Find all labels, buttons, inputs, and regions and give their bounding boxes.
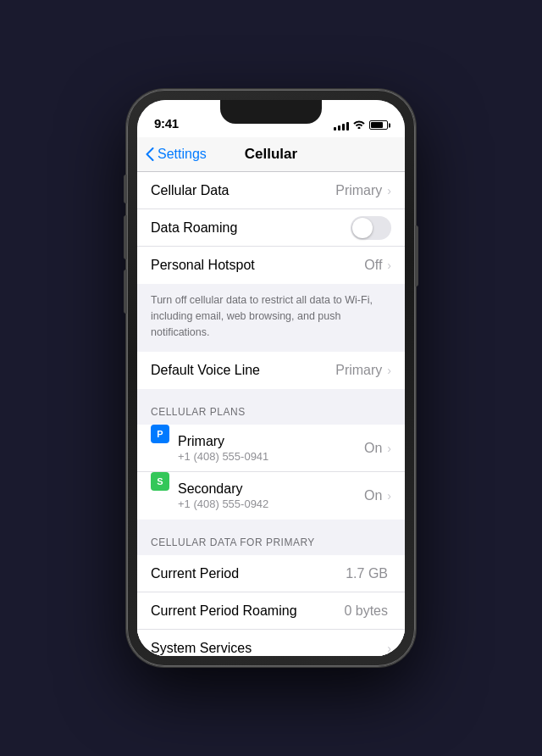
status-bar: 9:41: [137, 100, 405, 137]
current-period-roaming-value: 0 bytes: [344, 603, 388, 619]
primary-plan-chevron: ›: [387, 442, 391, 455]
current-period-label: Current Period: [151, 566, 346, 581]
system-services-row[interactable]: System Services ›: [137, 630, 405, 656]
info-text: Turn off cellular data to restrict all d…: [137, 284, 405, 352]
data-roaming-label: Data Roaming: [151, 220, 351, 236]
current-period-roaming-row[interactable]: Current Period Roaming 0 bytes: [137, 592, 405, 630]
data-roaming-row[interactable]: Data Roaming: [137, 209, 405, 247]
default-voice-value: Primary: [335, 363, 382, 378]
primary-plan-icon: P: [151, 425, 169, 443]
current-period-roaming-label: Current Period Roaming: [151, 603, 344, 619]
top-settings-group: Cellular Data Primary › Data Roaming Per…: [137, 172, 405, 284]
cellular-plans-header: CELLULAR PLANS: [137, 389, 405, 425]
signal-icon: [334, 120, 349, 131]
system-services-chevron: ›: [387, 642, 391, 655]
back-button[interactable]: Settings: [146, 147, 207, 162]
power-button[interactable]: [415, 225, 418, 286]
personal-hotspot-value: Off: [364, 258, 382, 273]
phone-frame: 9:41 Settings: [127, 90, 415, 666]
primary-plan-info: Primary +1 (408) 555-0941: [178, 425, 364, 471]
cellular-data-primary-group: Current Period 1.7 GB Current Period Roa…: [137, 555, 405, 656]
toggle-knob: [352, 218, 373, 238]
current-period-value: 1.7 GB: [346, 566, 388, 581]
status-time: 9:41: [154, 116, 179, 131]
default-voice-label: Default Voice Line: [151, 363, 335, 378]
cellular-data-label: Cellular Data: [151, 183, 335, 198]
secondary-plan-status: On: [364, 488, 382, 503]
system-services-label: System Services: [151, 641, 385, 656]
data-roaming-toggle[interactable]: [351, 216, 391, 240]
secondary-plan-name: Secondary: [178, 481, 364, 497]
cellular-data-primary-header: CELLULAR DATA FOR PRIMARY: [137, 520, 405, 555]
volume-down-button[interactable]: [124, 270, 127, 314]
personal-hotspot-label: Personal Hotspot: [151, 258, 364, 273]
personal-hotspot-row[interactable]: Personal Hotspot Off ›: [137, 247, 405, 284]
cellular-data-chevron: ›: [387, 184, 391, 197]
back-label: Settings: [158, 147, 207, 162]
default-voice-row[interactable]: Default Voice Line Primary ›: [137, 352, 405, 389]
current-period-row[interactable]: Current Period 1.7 GB: [137, 555, 405, 592]
secondary-plan-number: +1 (408) 555-0942: [178, 498, 364, 510]
default-voice-group: Default Voice Line Primary ›: [137, 352, 405, 389]
nav-title: Cellular: [245, 146, 297, 163]
battery-icon: [369, 120, 388, 130]
settings-content[interactable]: Cellular Data Primary › Data Roaming Per…: [137, 172, 405, 656]
phone-screen: 9:41 Settings: [137, 100, 405, 656]
nav-bar: Settings Cellular: [137, 137, 405, 172]
cellular-data-row[interactable]: Cellular Data Primary ›: [137, 172, 405, 209]
cellular-plans-group: P Primary +1 (408) 555-0941 On › S Seco: [137, 425, 405, 520]
primary-plan-number: +1 (408) 555-0941: [178, 450, 364, 463]
notch: [220, 100, 322, 124]
secondary-plan-info: Secondary +1 (408) 555-0942: [178, 472, 364, 520]
volume-up-button[interactable]: [124, 215, 127, 259]
personal-hotspot-chevron: ›: [387, 258, 391, 272]
wifi-icon: [353, 120, 365, 131]
secondary-plan-row[interactable]: S Secondary +1 (408) 555-0942 On ›: [137, 472, 405, 520]
primary-plan-status: On: [364, 441, 382, 456]
default-voice-chevron: ›: [387, 364, 391, 377]
primary-plan-row[interactable]: P Primary +1 (408) 555-0941 On ›: [137, 425, 405, 472]
primary-plan-name: Primary: [178, 434, 364, 449]
secondary-plan-chevron: ›: [387, 489, 391, 503]
secondary-plan-icon: S: [151, 472, 169, 491]
status-icons: [334, 120, 388, 131]
cellular-data-value: Primary: [335, 183, 382, 198]
